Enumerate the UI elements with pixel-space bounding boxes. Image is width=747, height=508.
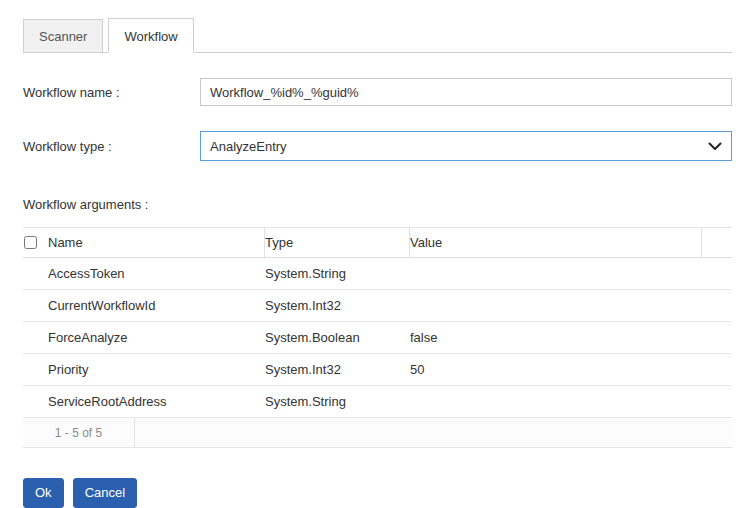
- tab-workflow-label: Workflow: [124, 29, 177, 44]
- table-footer: 1 - 5 of 5: [23, 418, 732, 448]
- cell-type: System.Int32: [265, 298, 410, 313]
- tab-scanner-label: Scanner: [39, 29, 87, 44]
- cell-name: ForceAnalyze: [48, 330, 265, 345]
- table-row[interactable]: ForceAnalyze System.Boolean false: [23, 322, 732, 354]
- cell-type: System.String: [265, 266, 410, 281]
- column-header-spacer: [702, 228, 732, 257]
- cell-name: ServiceRootAddress: [48, 394, 265, 409]
- cell-value[interactable]: false: [410, 330, 702, 345]
- select-all-checkbox[interactable]: [24, 236, 37, 249]
- table-row[interactable]: CurrentWorkflowId System.Int32: [23, 290, 732, 322]
- cell-name: CurrentWorkflowId: [48, 298, 265, 313]
- chevron-down-icon: [708, 142, 722, 151]
- ok-button[interactable]: Ok: [23, 478, 64, 508]
- workflow-name-row: Workflow name :: [23, 78, 732, 106]
- tab-scanner[interactable]: Scanner: [23, 19, 103, 52]
- pagination-count: 1 - 5 of 5: [23, 418, 135, 447]
- cell-name: AccessToken: [48, 266, 265, 281]
- workflow-type-row: Workflow type : AnalyzeEntry: [23, 131, 732, 161]
- workflow-name-input[interactable]: [200, 78, 732, 106]
- workflow-type-label: Workflow type :: [23, 139, 200, 154]
- column-header-type[interactable]: Type: [265, 228, 410, 257]
- table-row[interactable]: ServiceRootAddress System.String: [23, 386, 732, 418]
- tab-workflow[interactable]: Workflow: [108, 18, 193, 53]
- workflow-type-select[interactable]: AnalyzeEntry: [200, 131, 732, 161]
- workflow-settings-panel: Scanner Workflow Workflow name : Workflo…: [0, 0, 747, 508]
- cell-type: System.Boolean: [265, 330, 410, 345]
- arguments-table-header: Name Type Value: [23, 228, 732, 258]
- column-header-value[interactable]: Value: [410, 228, 702, 257]
- cell-type: System.String: [265, 394, 410, 409]
- table-row[interactable]: AccessToken System.String: [23, 258, 732, 290]
- action-buttons: Ok Cancel: [23, 478, 732, 508]
- cell-type: System.Int32: [265, 362, 410, 377]
- select-all-cell: [23, 228, 48, 257]
- workflow-name-label: Workflow name :: [23, 85, 200, 100]
- cancel-button[interactable]: Cancel: [73, 478, 137, 508]
- workflow-type-selected-value: AnalyzeEntry: [210, 139, 287, 154]
- cell-name: Priority: [48, 362, 265, 377]
- table-row[interactable]: Priority System.Int32 50: [23, 354, 732, 386]
- arguments-table: Name Type Value AccessToken System.Strin…: [23, 227, 732, 448]
- tab-bar: Scanner Workflow: [23, 18, 732, 53]
- cell-value[interactable]: 50: [410, 362, 702, 377]
- column-header-name[interactable]: Name: [48, 228, 265, 257]
- workflow-arguments-label: Workflow arguments :: [23, 197, 732, 212]
